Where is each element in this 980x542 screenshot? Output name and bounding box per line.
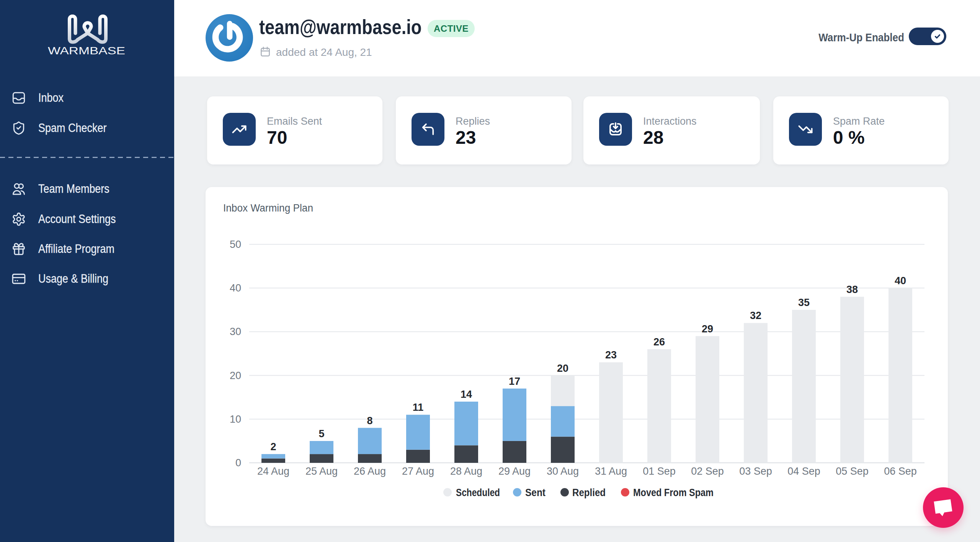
svg-text:03 Sep: 03 Sep	[739, 466, 772, 477]
svg-text:04 Sep: 04 Sep	[787, 466, 820, 477]
svg-text:5: 5	[318, 428, 324, 439]
svg-text:01 Sep: 01 Sep	[643, 466, 676, 477]
svg-text:17: 17	[509, 376, 520, 387]
svg-text:20: 20	[230, 370, 241, 381]
svg-text:02 Sep: 02 Sep	[691, 466, 724, 477]
svg-text:0: 0	[235, 457, 241, 469]
svg-text:14: 14	[461, 389, 472, 400]
svg-text:2: 2	[270, 441, 276, 452]
svg-text:Replied: Replied	[572, 487, 606, 498]
svg-text:06 Sep: 06 Sep	[884, 466, 917, 477]
svg-text:WARMBASE: WARMBASE	[48, 46, 125, 56]
svg-text:29 Aug: 29 Aug	[498, 466, 531, 477]
svg-text:10: 10	[230, 413, 241, 425]
svg-text:26 Aug: 26 Aug	[354, 466, 386, 477]
svg-text:35: 35	[798, 297, 810, 308]
svg-text:26: 26	[653, 336, 665, 348]
svg-text:Scheduled: Scheduled	[456, 487, 500, 498]
svg-text:30: 30	[230, 326, 241, 337]
svg-text:31 Aug: 31 Aug	[595, 466, 627, 477]
svg-text:32: 32	[750, 310, 761, 321]
svg-text:50: 50	[230, 239, 241, 250]
svg-text:40: 40	[230, 282, 241, 294]
svg-text:38: 38	[846, 284, 858, 295]
svg-text:8: 8	[367, 415, 372, 426]
svg-text:05 Sep: 05 Sep	[836, 466, 869, 477]
svg-text:28 Aug: 28 Aug	[450, 466, 482, 477]
svg-text:30 Aug: 30 Aug	[547, 466, 579, 477]
svg-text:29: 29	[702, 323, 713, 335]
svg-text:25 Aug: 25 Aug	[305, 466, 338, 477]
svg-text:Sent: Sent	[525, 487, 546, 498]
svg-text:Moved From Spam: Moved From Spam	[633, 487, 714, 498]
svg-text:20: 20	[557, 363, 568, 374]
svg-text:40: 40	[895, 275, 906, 286]
svg-text:Inbox Warming Plan: Inbox Warming Plan	[223, 202, 313, 214]
svg-text:27 Aug: 27 Aug	[402, 466, 434, 477]
svg-text:24 Aug: 24 Aug	[257, 466, 289, 477]
svg-text:11: 11	[413, 402, 424, 413]
svg-text:23: 23	[605, 349, 617, 361]
